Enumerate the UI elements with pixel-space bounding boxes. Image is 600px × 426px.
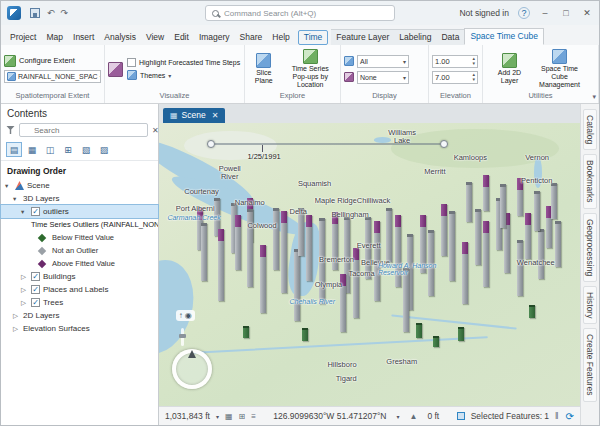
tree-item-scene[interactable]: ▾ Scene — [1, 179, 158, 192]
time-series-bar[interactable] — [273, 208, 279, 270]
spin-down-icon[interactable]: ▾ — [472, 77, 475, 82]
time-series-bar[interactable] — [551, 183, 557, 219]
trees-checkbox[interactable]: ✓ — [31, 298, 40, 307]
time-slider-start-handle[interactable] — [207, 140, 215, 148]
docked-pane-tab[interactable]: Bookmarks — [583, 154, 597, 209]
ribbon-tab[interactable]: Analysis — [99, 30, 141, 45]
time-series-bar[interactable] — [420, 215, 426, 273]
ribbon-tab[interactable]: Data — [436, 29, 464, 45]
ribbon-tab[interactable]: Share — [235, 30, 268, 45]
ribbon-tab[interactable]: Project — [5, 30, 41, 45]
time-series-bar[interactable] — [218, 229, 224, 301]
time-series-bar[interactable] — [403, 268, 409, 332]
refresh-icon[interactable]: ⟳ — [566, 411, 574, 422]
tree-item-elevation-surfaces[interactable]: ▷ Elevation Surfaces — [1, 322, 158, 335]
time-series-bar[interactable] — [462, 242, 468, 304]
time-series-bar[interactable] — [466, 182, 472, 222]
ribbon-tab[interactable]: Space Time Cube — [464, 28, 544, 45]
highlight-forecasted-checkbox[interactable]: Highlight Forecasted Time Steps — [127, 58, 241, 67]
time-series-bar[interactable] — [538, 229, 544, 279]
time-series-bar[interactable] — [433, 336, 439, 347]
time-series-bar[interactable] — [555, 221, 561, 267]
places-checkbox[interactable]: ✓ — [31, 285, 40, 294]
ribbon-tab[interactable]: Edit — [169, 30, 194, 45]
close-button[interactable]: ✕ — [581, 8, 593, 18]
elevation-offset-spinner[interactable]: 7.00 ▴▾ — [432, 71, 478, 84]
cube-management-button[interactable]: Space Time Cube Management — [531, 48, 589, 89]
close-view-icon[interactable]: ✕ — [212, 111, 219, 120]
clear-search-icon[interactable]: ✕ — [152, 126, 159, 135]
ribbon-collapse-icon[interactable]: ▾ — [592, 93, 596, 101]
display-none-combobox[interactable]: None ▾ — [357, 71, 409, 84]
time-series-bar[interactable] — [374, 221, 380, 301]
time-series-bar[interactable] — [294, 249, 300, 321]
display-all-combobox[interactable]: All ▾ — [357, 55, 409, 68]
time-slider[interactable] — [210, 140, 446, 148]
spin-down-icon[interactable]: ▾ — [472, 61, 475, 66]
time-series-bar[interactable] — [386, 208, 392, 262]
time-series-bar[interactable] — [441, 204, 447, 256]
grid-view-icon[interactable]: ▦ — [225, 412, 233, 421]
nav-orbit-icon[interactable]: ◉ — [185, 311, 192, 320]
expander-closed-icon[interactable]: ▷ — [13, 325, 20, 333]
configure-extent-button[interactable]: Configure Extent — [4, 55, 101, 67]
scene-3d-view[interactable]: Williams LakeKamloopsVernonPentictonMerr… — [159, 123, 580, 406]
time-series-bar[interactable] — [306, 215, 312, 281]
toc-view-icon[interactable]: ⊞ — [60, 142, 76, 157]
time-series-bar[interactable] — [525, 213, 531, 259]
add-2d-layer-button[interactable]: Add 2D Layer — [493, 52, 527, 85]
save-icon[interactable] — [30, 8, 40, 18]
time-series-bar[interactable] — [235, 215, 241, 270]
add-grid-icon[interactable]: ⊞ — [238, 412, 245, 421]
ribbon-tab[interactable]: Insert — [68, 30, 99, 45]
toc-view-icon[interactable]: ▨ — [96, 142, 112, 157]
list-view-icon[interactable]: ≡ — [251, 412, 256, 421]
chevron-down-icon[interactable]: ▾ — [396, 413, 399, 420]
time-series-bar[interactable] — [298, 208, 304, 256]
visualize-cube-icon[interactable] — [108, 62, 123, 77]
docked-pane-tab[interactable]: Create Features — [583, 328, 597, 401]
time-series-bar[interactable] — [247, 209, 253, 287]
expander-open-icon[interactable]: ▾ — [5, 182, 12, 190]
time-series-bar[interactable] — [281, 211, 287, 293]
toc-view-icon[interactable]: ▤ — [6, 142, 22, 157]
slice-plane-button[interactable]: Slice Plane — [248, 52, 280, 85]
time-series-bar[interactable] — [319, 218, 325, 304]
time-series-bar[interactable] — [475, 209, 481, 265]
time-series-bar[interactable] — [416, 323, 422, 338]
time-series-bar[interactable] — [534, 191, 540, 231]
time-series-bar[interactable] — [483, 175, 489, 211]
time-series-bar[interactable] — [332, 212, 338, 270]
time-slider-track[interactable] — [210, 143, 446, 146]
undo-icon[interactable]: ↶ — [47, 8, 55, 18]
cube-variable-combobox[interactable]: RAINFALL_NONE_SPAC ▾ — [4, 70, 101, 83]
time-series-bar[interactable] — [517, 178, 523, 216]
nav-up-icon[interactable]: ↑ — [179, 311, 183, 320]
tree-item-places-and-labels[interactable]: ▷ ✓ Places and Labels — [1, 283, 158, 296]
map-scale[interactable]: 1,031,843 ft — [165, 411, 210, 421]
ribbon-tab[interactable]: View — [141, 30, 169, 45]
buildings-checkbox[interactable]: ✓ — [31, 272, 40, 281]
docked-pane-tab[interactable]: Catalog — [583, 109, 597, 150]
nav-zoom-slider[interactable] — [181, 328, 184, 346]
docked-pane-tab[interactable]: Geoprocessing — [583, 213, 597, 282]
ribbon-tab[interactable]: Map — [41, 30, 68, 45]
selected-features-count[interactable]: Selected Features: 1 — [471, 411, 549, 421]
tree-item-trees[interactable]: ▷ ✓ Trees — [1, 296, 158, 309]
time-series-bar[interactable] — [517, 240, 523, 296]
tree-item-outliers[interactable]: ▾ ✓ outliers — [1, 205, 158, 218]
time-series-bar[interactable] — [458, 327, 464, 341]
cursor-coordinates[interactable]: 126.9099630°W 51.471207°N — [273, 411, 386, 421]
time-series-bar[interactable] — [529, 305, 535, 318]
toc-view-icon[interactable]: ◫ — [42, 142, 58, 157]
time-series-bar[interactable] — [201, 223, 207, 281]
docked-pane-tab[interactable]: History — [583, 286, 597, 324]
time-series-bar[interactable] — [449, 211, 455, 281]
time-series-bar[interactable] — [353, 248, 359, 318]
time-series-bar[interactable] — [428, 230, 434, 296]
pause-drawing-icon[interactable]: ‖ — [555, 411, 560, 421]
signin-status[interactable]: Not signed in — [459, 8, 509, 18]
ribbon-tab[interactable]: Help — [267, 30, 294, 45]
scene-view-tab[interactable]: ▦ Scene ✕ — [163, 108, 225, 123]
expander-closed-icon[interactable]: ▷ — [21, 299, 28, 307]
